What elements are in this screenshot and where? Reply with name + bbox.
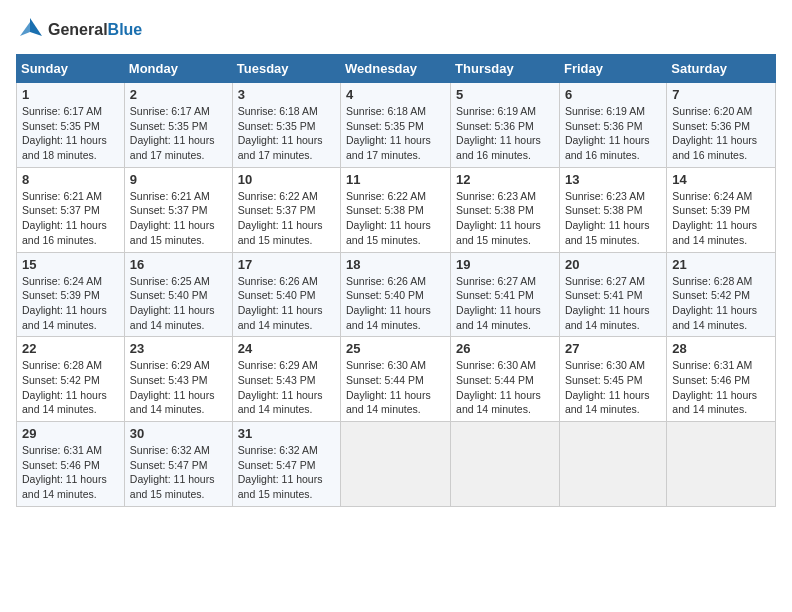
day-number: 12 [456, 172, 554, 187]
day-number: 26 [456, 341, 554, 356]
day-info: Sunrise: 6:26 AM Sunset: 5:40 PM Dayligh… [346, 274, 445, 333]
col-header-tuesday: Tuesday [232, 55, 340, 83]
calendar-cell: 23Sunrise: 6:29 AM Sunset: 5:43 PM Dayli… [124, 337, 232, 422]
day-info: Sunrise: 6:21 AM Sunset: 5:37 PM Dayligh… [22, 189, 119, 248]
calendar-cell: 18Sunrise: 6:26 AM Sunset: 5:40 PM Dayli… [341, 252, 451, 337]
day-info: Sunrise: 6:21 AM Sunset: 5:37 PM Dayligh… [130, 189, 227, 248]
day-info: Sunrise: 6:18 AM Sunset: 5:35 PM Dayligh… [238, 104, 335, 163]
calendar-cell: 20Sunrise: 6:27 AM Sunset: 5:41 PM Dayli… [559, 252, 666, 337]
day-info: Sunrise: 6:22 AM Sunset: 5:37 PM Dayligh… [238, 189, 335, 248]
day-info: Sunrise: 6:25 AM Sunset: 5:40 PM Dayligh… [130, 274, 227, 333]
day-number: 17 [238, 257, 335, 272]
day-number: 5 [456, 87, 554, 102]
day-info: Sunrise: 6:32 AM Sunset: 5:47 PM Dayligh… [130, 443, 227, 502]
day-info: Sunrise: 6:19 AM Sunset: 5:36 PM Dayligh… [456, 104, 554, 163]
col-header-wednesday: Wednesday [341, 55, 451, 83]
calendar-cell: 13Sunrise: 6:23 AM Sunset: 5:38 PM Dayli… [559, 167, 666, 252]
day-info: Sunrise: 6:17 AM Sunset: 5:35 PM Dayligh… [22, 104, 119, 163]
calendar-cell: 22Sunrise: 6:28 AM Sunset: 5:42 PM Dayli… [17, 337, 125, 422]
day-info: Sunrise: 6:20 AM Sunset: 5:36 PM Dayligh… [672, 104, 770, 163]
calendar-table: SundayMondayTuesdayWednesdayThursdayFrid… [16, 54, 776, 507]
day-number: 21 [672, 257, 770, 272]
col-header-thursday: Thursday [451, 55, 560, 83]
calendar-cell [667, 422, 776, 507]
day-number: 19 [456, 257, 554, 272]
calendar-cell: 24Sunrise: 6:29 AM Sunset: 5:43 PM Dayli… [232, 337, 340, 422]
col-header-friday: Friday [559, 55, 666, 83]
week-row-4: 22Sunrise: 6:28 AM Sunset: 5:42 PM Dayli… [17, 337, 776, 422]
day-number: 24 [238, 341, 335, 356]
logo: GeneralBlue [16, 16, 142, 44]
calendar-cell: 16Sunrise: 6:25 AM Sunset: 5:40 PM Dayli… [124, 252, 232, 337]
calendar-cell: 15Sunrise: 6:24 AM Sunset: 5:39 PM Dayli… [17, 252, 125, 337]
calendar-cell: 21Sunrise: 6:28 AM Sunset: 5:42 PM Dayli… [667, 252, 776, 337]
col-header-sunday: Sunday [17, 55, 125, 83]
week-row-3: 15Sunrise: 6:24 AM Sunset: 5:39 PM Dayli… [17, 252, 776, 337]
day-info: Sunrise: 6:32 AM Sunset: 5:47 PM Dayligh… [238, 443, 335, 502]
col-header-saturday: Saturday [667, 55, 776, 83]
day-number: 13 [565, 172, 661, 187]
day-info: Sunrise: 6:30 AM Sunset: 5:44 PM Dayligh… [456, 358, 554, 417]
calendar-cell: 6Sunrise: 6:19 AM Sunset: 5:36 PM Daylig… [559, 83, 666, 168]
day-info: Sunrise: 6:24 AM Sunset: 5:39 PM Dayligh… [22, 274, 119, 333]
calendar-cell: 4Sunrise: 6:18 AM Sunset: 5:35 PM Daylig… [341, 83, 451, 168]
day-info: Sunrise: 6:17 AM Sunset: 5:35 PM Dayligh… [130, 104, 227, 163]
logo-text: GeneralBlue [48, 21, 142, 39]
calendar-cell [559, 422, 666, 507]
day-info: Sunrise: 6:30 AM Sunset: 5:45 PM Dayligh… [565, 358, 661, 417]
day-number: 30 [130, 426, 227, 441]
day-info: Sunrise: 6:29 AM Sunset: 5:43 PM Dayligh… [238, 358, 335, 417]
day-number: 15 [22, 257, 119, 272]
day-info: Sunrise: 6:24 AM Sunset: 5:39 PM Dayligh… [672, 189, 770, 248]
day-number: 27 [565, 341, 661, 356]
day-info: Sunrise: 6:31 AM Sunset: 5:46 PM Dayligh… [672, 358, 770, 417]
day-number: 18 [346, 257, 445, 272]
calendar-cell: 7Sunrise: 6:20 AM Sunset: 5:36 PM Daylig… [667, 83, 776, 168]
calendar-cell: 5Sunrise: 6:19 AM Sunset: 5:36 PM Daylig… [451, 83, 560, 168]
day-number: 16 [130, 257, 227, 272]
day-number: 1 [22, 87, 119, 102]
week-row-2: 8Sunrise: 6:21 AM Sunset: 5:37 PM Daylig… [17, 167, 776, 252]
week-row-5: 29Sunrise: 6:31 AM Sunset: 5:46 PM Dayli… [17, 422, 776, 507]
day-number: 28 [672, 341, 770, 356]
day-info: Sunrise: 6:29 AM Sunset: 5:43 PM Dayligh… [130, 358, 227, 417]
day-info: Sunrise: 6:23 AM Sunset: 5:38 PM Dayligh… [456, 189, 554, 248]
day-info: Sunrise: 6:31 AM Sunset: 5:46 PM Dayligh… [22, 443, 119, 502]
calendar-header-row: SundayMondayTuesdayWednesdayThursdayFrid… [17, 55, 776, 83]
svg-marker-1 [20, 22, 30, 36]
calendar-cell: 26Sunrise: 6:30 AM Sunset: 5:44 PM Dayli… [451, 337, 560, 422]
day-info: Sunrise: 6:30 AM Sunset: 5:44 PM Dayligh… [346, 358, 445, 417]
day-number: 2 [130, 87, 227, 102]
calendar-cell [341, 422, 451, 507]
calendar-cell: 31Sunrise: 6:32 AM Sunset: 5:47 PM Dayli… [232, 422, 340, 507]
day-number: 23 [130, 341, 227, 356]
calendar-cell: 8Sunrise: 6:21 AM Sunset: 5:37 PM Daylig… [17, 167, 125, 252]
logo-line1: General [48, 21, 108, 38]
day-info: Sunrise: 6:28 AM Sunset: 5:42 PM Dayligh… [672, 274, 770, 333]
calendar-cell: 9Sunrise: 6:21 AM Sunset: 5:37 PM Daylig… [124, 167, 232, 252]
calendar-cell: 19Sunrise: 6:27 AM Sunset: 5:41 PM Dayli… [451, 252, 560, 337]
day-number: 22 [22, 341, 119, 356]
svg-marker-0 [30, 18, 42, 36]
day-info: Sunrise: 6:22 AM Sunset: 5:38 PM Dayligh… [346, 189, 445, 248]
calendar-cell: 12Sunrise: 6:23 AM Sunset: 5:38 PM Dayli… [451, 167, 560, 252]
logo-icon [16, 16, 44, 44]
day-number: 10 [238, 172, 335, 187]
day-info: Sunrise: 6:27 AM Sunset: 5:41 PM Dayligh… [565, 274, 661, 333]
calendar-cell: 29Sunrise: 6:31 AM Sunset: 5:46 PM Dayli… [17, 422, 125, 507]
day-info: Sunrise: 6:28 AM Sunset: 5:42 PM Dayligh… [22, 358, 119, 417]
day-info: Sunrise: 6:27 AM Sunset: 5:41 PM Dayligh… [456, 274, 554, 333]
day-number: 8 [22, 172, 119, 187]
calendar-cell [451, 422, 560, 507]
day-number: 14 [672, 172, 770, 187]
day-info: Sunrise: 6:23 AM Sunset: 5:38 PM Dayligh… [565, 189, 661, 248]
day-number: 25 [346, 341, 445, 356]
day-number: 20 [565, 257, 661, 272]
calendar-cell: 3Sunrise: 6:18 AM Sunset: 5:35 PM Daylig… [232, 83, 340, 168]
day-number: 9 [130, 172, 227, 187]
week-row-1: 1Sunrise: 6:17 AM Sunset: 5:35 PM Daylig… [17, 83, 776, 168]
calendar-cell: 10Sunrise: 6:22 AM Sunset: 5:37 PM Dayli… [232, 167, 340, 252]
calendar-cell: 30Sunrise: 6:32 AM Sunset: 5:47 PM Dayli… [124, 422, 232, 507]
calendar-cell: 11Sunrise: 6:22 AM Sunset: 5:38 PM Dayli… [341, 167, 451, 252]
calendar-cell: 25Sunrise: 6:30 AM Sunset: 5:44 PM Dayli… [341, 337, 451, 422]
